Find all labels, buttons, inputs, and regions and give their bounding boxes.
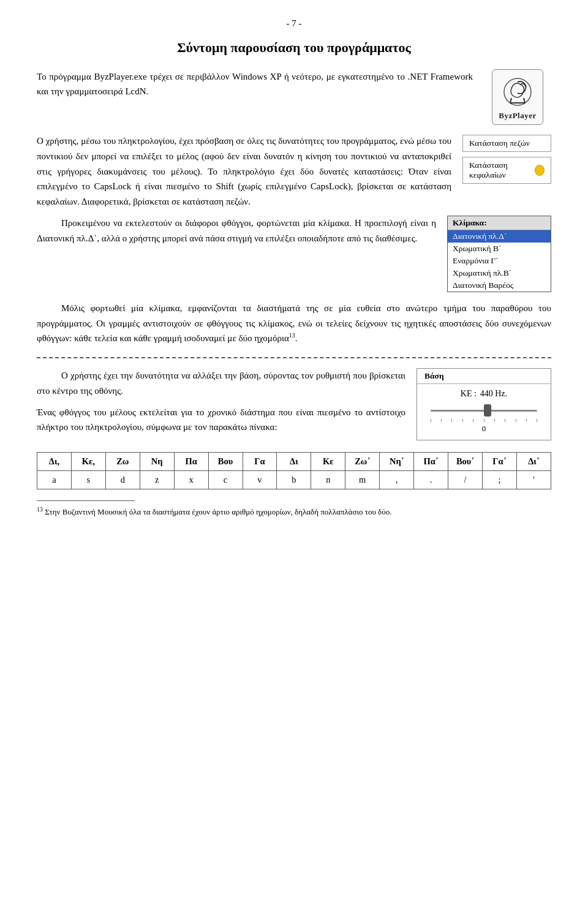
- basis-zero: 0: [482, 424, 486, 434]
- table-cell: z: [140, 471, 174, 489]
- table-cell: c: [208, 471, 243, 489]
- klimaka-header: Κλίμακα:: [448, 216, 551, 230]
- table-cell: s: [71, 471, 105, 489]
- table-cell: .: [414, 471, 448, 489]
- keyboard-table: Δι, Κε, Ζω Νη Πα Βου Γα Δι Κε Ζω΄ Νη΄ Πα…: [37, 452, 551, 489]
- klimaka-item-3[interactable]: Χρωματική πλ.Β΄: [448, 267, 551, 279]
- table-cell: ,: [380, 471, 414, 489]
- table-row-greek: Δι, Κε, Ζω Νη Πα Βου Γα Δι Κε Ζω΄ Νη΄ Πα…: [37, 453, 551, 471]
- dotted-separator: [37, 357, 551, 358]
- basis-header: Βάση: [417, 369, 551, 384]
- byzplayer-icon-svg: [499, 75, 536, 108]
- table-cell: Βου΄: [448, 453, 483, 471]
- klimaka-box: Κλίμακα: Διατονική πλ.Δ΄ Χρωματική Β΄ Εν…: [447, 216, 551, 292]
- klimaka-text: Προκειμένου να εκτελεστούν οι διάφοροι φ…: [37, 216, 436, 246]
- svg-line-2: [524, 98, 525, 103]
- section1-text: Ο χρήστης, μέσω του πληκτρολογίου, έχει …: [37, 134, 451, 209]
- table-cell: Πα΄: [414, 453, 448, 471]
- footnote-13: 13 Στην Βυζαντινή Μουσική όλα τα διαστήμ…: [37, 505, 551, 518]
- table-cell: n: [311, 471, 345, 489]
- table-cell: Βου: [208, 453, 243, 471]
- table-cell: Ζω: [105, 453, 140, 471]
- table-cell: Ζω΄: [345, 453, 380, 471]
- capslock-indicator: [535, 165, 545, 176]
- klimaka-item-2[interactable]: Εναρμόνια Γ΄: [448, 255, 551, 267]
- keyboard-table-section: Δι, Κε, Ζω Νη Πα Βου Γα Δι Κε Ζω΄ Νη΄ Πα…: [37, 452, 551, 489]
- basis-text: Ο χρήστης έχει την δυνατότητα να αλλάξει…: [37, 368, 405, 441]
- basis-ke-label: KE :: [461, 389, 477, 399]
- table-cell: Κε,: [71, 453, 105, 471]
- table-cell: Δι: [277, 453, 311, 471]
- table-cell: Δι΄: [516, 453, 551, 471]
- katastasi-pezwn: Κατάσταση πεζών: [462, 135, 551, 152]
- table-cell: a: [37, 471, 72, 489]
- table-cell: Γα: [243, 453, 277, 471]
- footnote-divider: [37, 500, 135, 501]
- katastasi-kefalaiwn: Κατάσταση κεφαλαίων: [462, 157, 551, 184]
- table-cell: /: [448, 471, 483, 489]
- footnote-number: 13: [37, 506, 43, 513]
- chapter-title: Σύντομη παρουσίαση του προγράμματος: [37, 40, 551, 56]
- table-cell: Γα΄: [482, 453, 516, 471]
- svg-point-0: [504, 78, 531, 105]
- katastasi-box: Κατάσταση πεζών Κατάσταση κεφαλαίων: [462, 135, 551, 184]
- table-cell: b: [277, 471, 311, 489]
- table-row-latin: a s d z x c v b n m , . / ; ': [37, 471, 551, 489]
- basis-slider[interactable]: [431, 404, 538, 417]
- basis-hz-value: 440 Hz.: [480, 389, 507, 399]
- byzplayer-label: ByzPlayer: [499, 111, 537, 121]
- klimaka-item-1[interactable]: Χρωματική Β΄: [448, 243, 551, 255]
- table-cell: Δι,: [37, 453, 72, 471]
- svg-line-1: [510, 98, 511, 103]
- footnote-ref-13: 13: [289, 332, 295, 339]
- table-cell: d: [105, 471, 140, 489]
- table-cell: Νη: [140, 453, 174, 471]
- table-cell: v: [243, 471, 277, 489]
- table-cell: ': [516, 471, 551, 489]
- klimaka-item-0[interactable]: Διατονική πλ.Δ΄: [448, 230, 551, 243]
- byzplayer-logo: ByzPlayer: [484, 69, 551, 125]
- intro-paragraph: Το πρόγραμμα ByzPlayer.exe τρέχει σε περ…: [37, 69, 473, 99]
- table-cell: Κε: [311, 453, 345, 471]
- table-cell: Πα: [174, 453, 208, 471]
- page-number: - 7 -: [37, 18, 551, 29]
- basis-box: Βάση KE : 440 Hz.: [417, 368, 551, 440]
- table-cell: ;: [482, 471, 516, 489]
- table-cell: m: [345, 471, 380, 489]
- section3-paragraph: Μόλις φορτωθεί μία κλίμακα, εμφανίζονται…: [37, 301, 551, 346]
- table-cell: Νη΄: [380, 453, 414, 471]
- klimaka-item-4[interactable]: Διατονική Βαρέος: [448, 279, 551, 292]
- table-cell: x: [174, 471, 208, 489]
